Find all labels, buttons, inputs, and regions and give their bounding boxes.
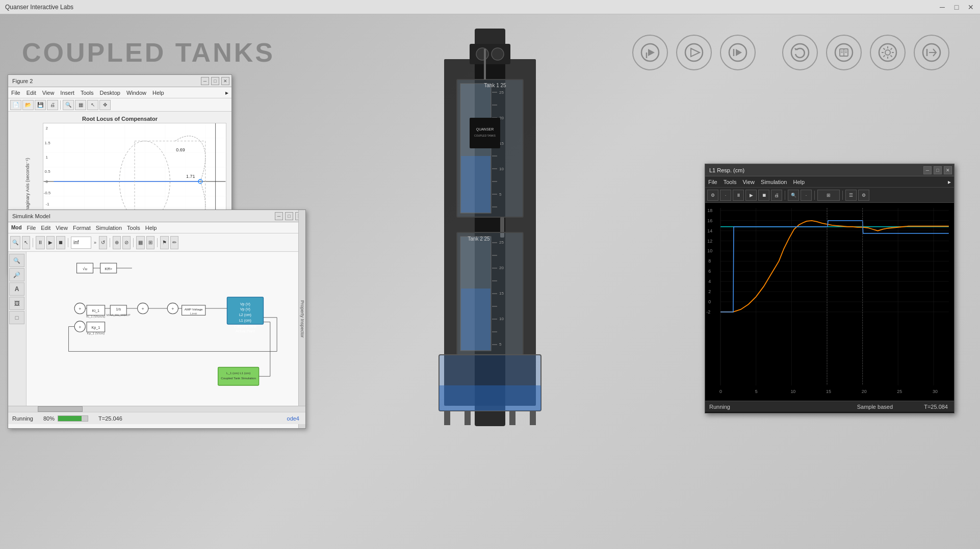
l1-tb-play[interactable]: ▶ bbox=[745, 190, 757, 201]
simulink-maximize[interactable]: □ bbox=[285, 212, 293, 220]
simulink-time: T=25.046 bbox=[98, 415, 122, 422]
maximize-button[interactable]: □ bbox=[951, 2, 962, 12]
fig2-menu-file[interactable]: File bbox=[11, 90, 20, 96]
fig2-maximize[interactable]: □ bbox=[211, 77, 219, 85]
svg-text:5: 5 bbox=[499, 192, 502, 197]
svg-text:0: 0 bbox=[708, 299, 711, 304]
l1resp-menu-tools[interactable]: Tools bbox=[724, 179, 737, 185]
svg-text:12: 12 bbox=[707, 239, 712, 244]
fig2-menu-window[interactable]: Window bbox=[126, 90, 146, 96]
l1resp-minimize[interactable]: ─ bbox=[923, 166, 932, 174]
sl-side-img[interactable]: 🖼 bbox=[9, 297, 24, 310]
l1-tb-1[interactable]: ⚙ bbox=[707, 190, 718, 201]
l1-tb-stop[interactable]: ⏹ bbox=[758, 190, 769, 201]
sl-zoom-icon3[interactable]: ⊘ bbox=[122, 236, 131, 249]
play-button[interactable] bbox=[676, 35, 712, 70]
svg-text:COUPLED TANKS: COUPLED TANKS bbox=[474, 134, 496, 137]
l1-tb-print[interactable]: 🖨 bbox=[771, 190, 782, 201]
l1resp-close[interactable]: ✕ bbox=[944, 166, 952, 174]
svg-rect-24 bbox=[470, 44, 510, 64]
play-step-button[interactable] bbox=[632, 35, 668, 70]
refresh-button[interactable] bbox=[782, 35, 818, 70]
sl-fit-icon[interactable]: ⊞ bbox=[146, 236, 154, 249]
sl-menu-edit[interactable]: Edit bbox=[41, 225, 50, 231]
sl-menu-view[interactable]: View bbox=[56, 225, 68, 231]
l1resp-menu-simulation[interactable]: Simulation bbox=[761, 179, 787, 185]
fig2-menu-view[interactable]: View bbox=[42, 90, 55, 96]
exit-button[interactable] bbox=[914, 35, 949, 70]
sl-side-zoom[interactable]: 🔍 bbox=[9, 254, 24, 267]
sl-time-input[interactable] bbox=[71, 237, 91, 249]
fig2-new-icon[interactable]: 📄 bbox=[10, 100, 21, 110]
fig2-close[interactable]: ✕ bbox=[221, 77, 229, 85]
fig2-print-icon[interactable]: 🖨 bbox=[47, 100, 58, 110]
sl-side-A[interactable]: A bbox=[9, 282, 24, 296]
sl-refresh-icon[interactable]: ↺ bbox=[99, 236, 107, 249]
app-title: Quanser Interactive Labs bbox=[5, 4, 73, 11]
l1resp-menu-help[interactable]: Help bbox=[793, 179, 805, 185]
sl-grid-icon[interactable]: ▦ bbox=[136, 236, 145, 249]
fig2-pan-icon[interactable]: ✥ bbox=[99, 100, 111, 110]
l1-sep2 bbox=[814, 191, 815, 200]
simulink-scroll-thumb[interactable] bbox=[38, 406, 82, 412]
sl-edit-icon[interactable]: ✏ bbox=[170, 236, 178, 249]
sl-zoom-in[interactable]: 🔍 bbox=[10, 236, 20, 249]
sl-menu-file[interactable]: File bbox=[27, 225, 36, 231]
sl-side-box[interactable]: □ bbox=[9, 311, 24, 324]
svg-text:Tank 2  25: Tank 2 25 bbox=[468, 236, 490, 242]
simulink-sidebar: 🔍 🔎 A 🖼 □ bbox=[8, 252, 27, 406]
fig2-minimize[interactable]: ─ bbox=[201, 77, 209, 85]
sl-menu-help[interactable]: Help bbox=[145, 225, 157, 231]
svg-text:Tank 1  25: Tank 1 25 bbox=[484, 83, 506, 88]
sl-flag-icon[interactable]: ⚑ bbox=[160, 236, 169, 249]
fig2-open-icon[interactable]: 📂 bbox=[22, 100, 34, 110]
sl-menu-format[interactable]: Format bbox=[73, 225, 91, 231]
sl-menu-simulation[interactable]: Simulation bbox=[96, 225, 122, 231]
fig2-zoom-icon[interactable]: 🔍 bbox=[63, 100, 74, 110]
tank-image: Tank 1 25 25 20 15 10 5 QUANSER COUPLED … bbox=[424, 29, 556, 426]
l1-tb-settings2[interactable]: ⚙ bbox=[858, 190, 869, 201]
svg-text:L1 (cm): L1 (cm) bbox=[239, 319, 251, 323]
fig2-menu-tools[interactable]: Tools bbox=[81, 90, 94, 96]
l1resp-menu-view[interactable]: View bbox=[742, 179, 755, 185]
fig2-menu-insert[interactable]: Insert bbox=[60, 90, 74, 96]
svg-rect-30 bbox=[461, 156, 491, 213]
svg-text:1: 1 bbox=[46, 155, 48, 160]
l1resp-menu-arrow[interactable]: ▸ bbox=[948, 178, 951, 186]
minimize-button[interactable]: ─ bbox=[937, 2, 947, 12]
l1-tb-legend[interactable]: ☰ bbox=[845, 190, 857, 201]
l1-tb-pause[interactable]: ⏸ bbox=[733, 190, 744, 201]
l1resp-menu-file[interactable]: File bbox=[708, 179, 717, 185]
sl-arrow[interactable]: ↖ bbox=[22, 236, 30, 249]
sl-menu-model[interactable]: Mod bbox=[11, 225, 22, 230]
settings-button[interactable] bbox=[870, 35, 906, 70]
sl-menu-tools[interactable]: Tools bbox=[127, 225, 140, 231]
close-button[interactable]: ✕ bbox=[966, 2, 976, 12]
l1resp-maximize[interactable]: □ bbox=[934, 166, 942, 174]
sl-side-search[interactable]: 🔎 bbox=[9, 268, 24, 281]
sl-zoom-icon2[interactable]: ⊕ bbox=[113, 236, 121, 249]
simulink-scrollbar-h[interactable] bbox=[8, 406, 305, 412]
simulink-status-running: Running bbox=[12, 415, 33, 422]
l1-tb-2[interactable]: · bbox=[720, 190, 731, 201]
sl-pause[interactable]: ⏸ bbox=[36, 236, 45, 249]
pause-play-button[interactable] bbox=[720, 35, 756, 70]
fig2-menu-help[interactable]: Help bbox=[152, 90, 164, 96]
l1-sep1 bbox=[785, 191, 785, 200]
svg-text:+: + bbox=[142, 306, 144, 311]
fig2-save-icon[interactable]: 💾 bbox=[35, 100, 46, 110]
fig2-cursor-icon[interactable]: ↖ bbox=[87, 100, 98, 110]
fig2-menu-desktop[interactable]: Desktop bbox=[100, 90, 120, 96]
l1-tb-zoomin[interactable]: 🔍 bbox=[788, 190, 799, 201]
l1-tb-fit[interactable]: ⊞ bbox=[817, 190, 840, 201]
book-button[interactable] bbox=[826, 35, 862, 70]
simulink-diagram: √u Kff> + Ki_1 Ki_1 (V/cm/s) 1/s bbox=[27, 252, 305, 406]
fig2-menu-arrow[interactable]: ▸ bbox=[225, 89, 228, 96]
fig2-grid-icon[interactable]: ▦ bbox=[75, 100, 86, 110]
svg-text:Coupled-Tank: Coupled-Tank bbox=[234, 325, 256, 329]
fig2-menu-edit[interactable]: Edit bbox=[27, 90, 36, 96]
sl-stop[interactable]: ⏹ bbox=[56, 236, 65, 249]
simulink-minimize[interactable]: ─ bbox=[275, 212, 283, 220]
l1-tb-zoomout[interactable]: · bbox=[801, 190, 812, 201]
sl-play[interactable]: ▶ bbox=[46, 236, 55, 249]
